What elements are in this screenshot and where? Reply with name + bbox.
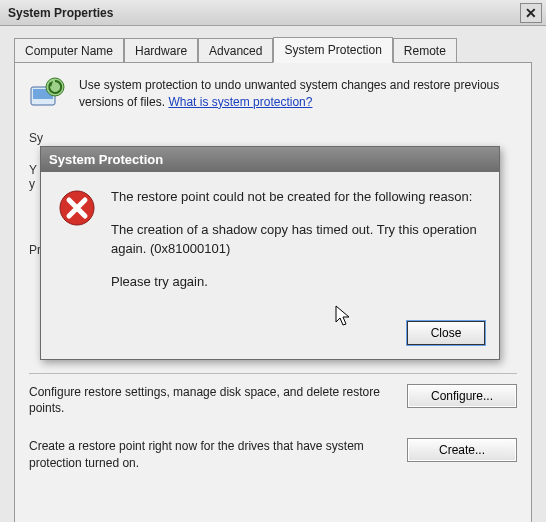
window-title: System Properties bbox=[8, 6, 113, 20]
what-is-system-protection-link[interactable]: What is system protection? bbox=[168, 95, 312, 109]
configure-button[interactable]: Configure... bbox=[407, 384, 517, 408]
error-line-2: The creation of a shadow copy has timed … bbox=[111, 221, 481, 259]
configure-text: Configure restore settings, manage disk … bbox=[29, 384, 391, 416]
intro-text: Use system protection to undo unwanted s… bbox=[79, 77, 517, 113]
error-message: The restore point could not be created f… bbox=[111, 188, 481, 305]
create-row: Create a restore point right now for the… bbox=[29, 438, 517, 470]
intro-block: Use system protection to undo unwanted s… bbox=[29, 77, 517, 113]
configure-row: Configure restore settings, manage disk … bbox=[29, 384, 517, 416]
divider bbox=[29, 373, 517, 374]
system-restore-icon bbox=[29, 77, 69, 113]
error-dialog: System Protection The restore point coul… bbox=[40, 146, 500, 360]
close-icon: ✕ bbox=[525, 5, 537, 21]
error-icon bbox=[57, 188, 97, 228]
tab-computer-name[interactable]: Computer Name bbox=[14, 38, 124, 63]
error-dialog-title: System Protection bbox=[41, 147, 499, 172]
error-close-button[interactable]: Close bbox=[407, 321, 485, 345]
titlebar: System Properties ✕ bbox=[0, 0, 546, 26]
error-line-1: The restore point could not be created f… bbox=[111, 188, 481, 207]
tab-system-protection[interactable]: System Protection bbox=[273, 37, 392, 63]
tab-advanced[interactable]: Advanced bbox=[198, 38, 273, 63]
create-button[interactable]: Create... bbox=[407, 438, 517, 462]
tab-hardware[interactable]: Hardware bbox=[124, 38, 198, 63]
tab-remote[interactable]: Remote bbox=[393, 38, 457, 63]
error-line-3: Please try again. bbox=[111, 273, 481, 292]
create-text: Create a restore point right now for the… bbox=[29, 438, 391, 470]
tab-bar: Computer Name Hardware Advanced System P… bbox=[0, 26, 546, 62]
window-close-button[interactable]: ✕ bbox=[520, 3, 542, 23]
obscured-section-1: Sy bbox=[29, 131, 517, 145]
